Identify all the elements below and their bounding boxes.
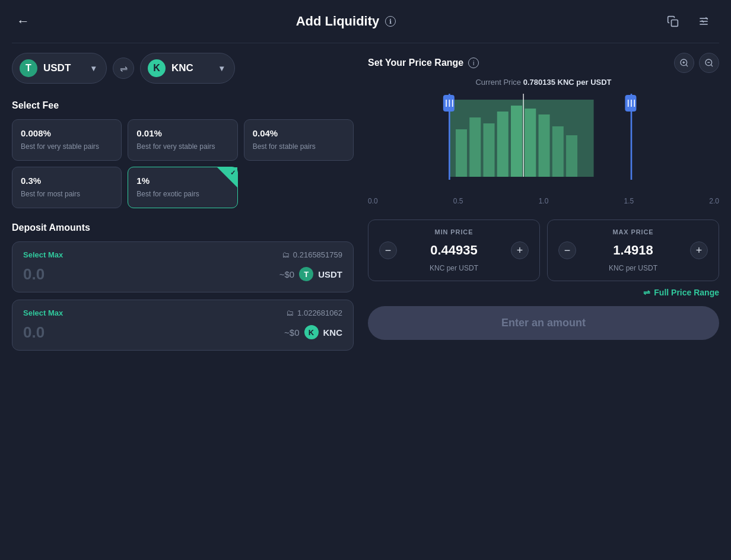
- chart-x-labels: 0.0 0.5 1.0 1.5 2.0: [368, 195, 719, 208]
- price-range-info-icon[interactable]: i: [468, 58, 479, 68]
- fee-desc-1: Best for very stable pairs: [136, 142, 228, 152]
- wallet-icon-knc: 🗂: [286, 308, 294, 317]
- knc-icon: K: [148, 59, 166, 77]
- zoom-in-button[interactable]: [674, 53, 694, 73]
- svg-line-5: [702, 20, 704, 22]
- price-range-title: Set Your Price Range: [368, 58, 463, 68]
- knc-usd-value: ~$0: [284, 327, 299, 338]
- fee-percent-2: 0.04%: [253, 128, 345, 138]
- fee-section-title: Select Fee: [12, 100, 354, 111]
- price-chart: 0.0 0.5 1.0 1.5 2.0: [368, 94, 719, 212]
- swap-tokens-button[interactable]: ⇌: [113, 58, 134, 79]
- svg-rect-0: [672, 20, 678, 27]
- svg-rect-22: [552, 126, 564, 177]
- usdt-small-icon: T: [299, 267, 313, 281]
- svg-line-11: [711, 65, 713, 66]
- fee-percent-3: 0.3%: [21, 176, 113, 186]
- fee-desc-0: Best for very stable pairs: [21, 142, 113, 152]
- zoom-out-button[interactable]: [699, 53, 719, 73]
- svg-rect-20: [525, 109, 536, 177]
- select-max-knc[interactable]: Select Max: [23, 308, 63, 317]
- wallet-icon-usdt: 🗂: [282, 250, 290, 259]
- select-max-usdt[interactable]: Select Max: [23, 250, 63, 259]
- knc-amount[interactable]: 0.0: [23, 323, 45, 342]
- token1-chevron: ▾: [91, 63, 96, 73]
- fee-card-4[interactable]: 1% Best for exotic pairs ✓: [128, 167, 237, 208]
- token2-chevron: ▾: [220, 63, 224, 73]
- min-price-label: MIN PRICE: [379, 228, 529, 236]
- fee-card-0[interactable]: 0.008% Best for very stable pairs: [12, 119, 122, 161]
- token2-selector[interactable]: K KNC ▾: [140, 53, 235, 84]
- settings-icon[interactable]: [693, 11, 714, 32]
- fee-percent-0: 0.008%: [21, 128, 113, 138]
- max-price-plus[interactable]: +: [690, 241, 708, 259]
- fee-check-icon: ✓: [230, 169, 236, 177]
- max-price-card: MAX PRICE − 1.4918 + KNC per USDT: [547, 219, 719, 281]
- min-price-unit: KNC per USDT: [379, 264, 529, 272]
- svg-line-7: [686, 65, 688, 66]
- knc-balance: 1.022681062: [297, 308, 342, 317]
- svg-rect-19: [511, 106, 522, 177]
- token2-name: KNC: [171, 62, 193, 74]
- min-price-card: MIN PRICE − 0.44935 + KNC per USDT: [368, 219, 540, 281]
- fee-percent-1: 0.01%: [136, 128, 228, 138]
- deposit-section-title: Deposit Amounts: [12, 222, 354, 233]
- back-button[interactable]: ←: [17, 14, 30, 29]
- current-price-label: Current Price 0.780135 KNC per USDT: [368, 78, 719, 87]
- enter-amount-button[interactable]: Enter an amount: [368, 306, 719, 340]
- min-price-value[interactable]: 0.44935: [403, 243, 505, 258]
- svg-rect-23: [566, 135, 577, 177]
- title-info-icon[interactable]: ℹ: [385, 16, 396, 27]
- token1-selector[interactable]: T USDT ▾: [12, 53, 107, 84]
- svg-rect-15: [456, 129, 467, 177]
- fee-desc-3: Best for most pairs: [21, 189, 113, 199]
- usdt-icon: T: [20, 59, 37, 77]
- page-title: Add Liquidity: [296, 14, 380, 29]
- min-price-plus[interactable]: +: [511, 241, 529, 259]
- min-price-minus[interactable]: −: [379, 241, 397, 259]
- svg-rect-18: [497, 112, 508, 177]
- max-price-value[interactable]: 1.4918: [582, 243, 684, 258]
- deposit-card-usdt: Select Max 🗂 0.2165851759 0.0 ~$0 T USDT: [12, 241, 354, 292]
- svg-rect-21: [539, 114, 550, 177]
- svg-rect-17: [484, 123, 495, 177]
- usdt-usd-value: ~$0: [279, 269, 294, 279]
- fee-card-2[interactable]: 0.04% Best for stable pairs: [244, 119, 354, 161]
- copy-icon[interactable]: [662, 11, 684, 32]
- fee-desc-2: Best for stable pairs: [253, 142, 345, 152]
- deposit-token2-name: KNC: [323, 327, 343, 338]
- full-range-label: Full Price Range: [654, 288, 719, 297]
- token1-name: USDT: [43, 62, 71, 74]
- fee-percent-4: 1%: [136, 176, 228, 186]
- deposit-token1-name: USDT: [318, 269, 342, 279]
- usdt-balance: 0.2165851759: [293, 250, 342, 259]
- full-price-range-button[interactable]: ⇌ Full Price Range: [643, 288, 719, 297]
- swap-icon: ⇌: [120, 63, 128, 74]
- deposit-card-knc: Select Max 🗂 1.022681062 0.0 ~$0 K KNC: [12, 300, 354, 351]
- max-price-label: MAX PRICE: [558, 228, 708, 236]
- fee-card-3[interactable]: 0.3% Best for most pairs: [12, 167, 122, 208]
- usdt-amount[interactable]: 0.0: [23, 265, 45, 284]
- svg-line-4: [705, 17, 707, 19]
- max-price-unit: KNC per USDT: [558, 264, 708, 272]
- max-price-minus[interactable]: −: [558, 241, 576, 259]
- svg-rect-16: [469, 117, 481, 177]
- full-range-swap-icon: ⇌: [643, 288, 650, 297]
- fee-desc-4: Best for exotic pairs: [136, 189, 228, 199]
- knc-small-icon: K: [304, 325, 319, 339]
- fee-card-1[interactable]: 0.01% Best for very stable pairs: [128, 119, 237, 161]
